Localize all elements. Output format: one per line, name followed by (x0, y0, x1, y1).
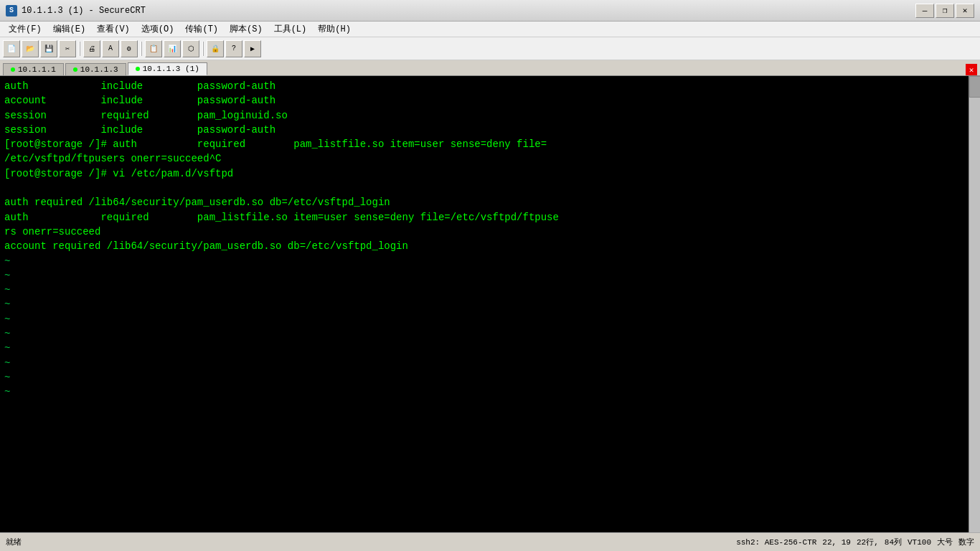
toolbar-btn-5[interactable]: 🖨 (83, 40, 100, 57)
menu-help[interactable]: 帮助(H) (312, 22, 357, 37)
minimize-button[interactable]: — (915, 4, 934, 18)
tab-3[interactable]: 10.1.1.3 (1) (128, 62, 207, 75)
tab-3-label: 10.1.1.3 (1) (143, 65, 199, 73)
status-ready: 就绪 (6, 537, 22, 547)
menu-options[interactable]: 选项(O) (136, 22, 180, 37)
toolbar-btn-11[interactable]: 🔒 (207, 40, 224, 57)
status-right: ssh2: AES-256-CTR 22, 19 22行, 84列 VT100 … (736, 537, 974, 547)
tab-dot-3 (136, 67, 140, 71)
toolbar-btn-4[interactable]: ✂ (59, 40, 76, 57)
status-charset: 数字 (958, 537, 974, 547)
toolbar-btn-12[interactable]: ? (225, 40, 242, 57)
menu-tools[interactable]: 工具(L) (268, 22, 313, 37)
menu-transfer[interactable]: 传输(T) (179, 22, 224, 37)
status-left: 就绪 (6, 537, 22, 547)
toolbar-btn-2[interactable]: 📂 (22, 40, 39, 57)
toolbar-btn-10[interactable]: ⬡ (182, 40, 199, 57)
toolbar-btn-3[interactable]: 💾 (40, 40, 57, 57)
menu-script[interactable]: 脚本(S) (224, 22, 268, 37)
close-session-btn[interactable]: ✕ (966, 64, 977, 75)
tab-bar: 10.1.1.1 10.1.1.3 10.1.1.3 (1) ✕ (0, 60, 980, 76)
status-bar: 就绪 ssh2: AES-256-CTR 22, 19 22行, 84列 VT1… (0, 532, 980, 551)
vertical-scrollbar[interactable] (969, 76, 980, 532)
toolbar-btn-9[interactable]: 📊 (164, 40, 181, 57)
toolbar-btn-1[interactable]: 📄 (3, 40, 20, 57)
maximize-button[interactable]: ❐ (936, 4, 954, 18)
scrollbar-thumb[interactable] (969, 76, 980, 98)
close-button[interactable]: ✕ (956, 4, 974, 18)
toolbar-btn-13[interactable]: ▶ (244, 40, 261, 57)
window-title: 10.1.1.3 (1) - SecureCRT (22, 6, 146, 16)
title-bar-left: S 10.1.1.3 (1) - SecureCRT (6, 5, 146, 17)
menu-bar: 文件(F) 编辑(E) 查看(V) 选项(O) 传输(T) 脚本(S) 工具(L… (0, 22, 980, 37)
tab-1-label: 10.1.1.1 (18, 65, 56, 74)
terminal-content: auth include password-auth account inclu… (4, 79, 964, 400)
app-icon: S (6, 5, 17, 17)
window-controls: — ❐ ✕ (915, 4, 974, 18)
terminal[interactable]: auth include password-auth account inclu… (0, 76, 969, 532)
toolbar-btn-7[interactable]: ⚙ (121, 40, 138, 57)
toolbar: 📄 📂 💾 ✂ 🖨 A ⚙ 📋 📊 ⬡ 🔒 ? ▶ (0, 37, 980, 60)
tab-dot-2 (73, 67, 77, 72)
menu-edit[interactable]: 编辑(E) (47, 22, 92, 37)
tab-dot-1 (11, 67, 15, 72)
tab-2[interactable]: 10.1.1.3 (65, 63, 126, 75)
title-bar: S 10.1.1.3 (1) - SecureCRT — ❐ ✕ (0, 0, 980, 22)
tab-2-label: 10.1.1.3 (80, 65, 118, 74)
status-cursor: 22, 19 (822, 538, 851, 547)
status-lines: 22行, (857, 537, 879, 547)
status-vt: VT100 (908, 538, 931, 547)
status-size: 大号 (937, 537, 953, 547)
toolbar-btn-8[interactable]: 📋 (145, 40, 162, 57)
toolbar-separator-1 (79, 42, 80, 56)
status-ssh: ssh2: AES-256-CTR (736, 538, 816, 547)
menu-view[interactable]: 查看(V) (91, 22, 136, 37)
toolbar-separator-3 (202, 42, 204, 56)
status-cols: 84列 (885, 537, 902, 547)
terminal-wrapper: auth include password-auth account inclu… (0, 76, 980, 532)
menu-file[interactable]: 文件(F) (3, 22, 47, 37)
toolbar-btn-6[interactable]: A (102, 40, 119, 57)
tab-1[interactable]: 10.1.1.1 (3, 63, 64, 75)
toolbar-separator-2 (141, 42, 142, 56)
